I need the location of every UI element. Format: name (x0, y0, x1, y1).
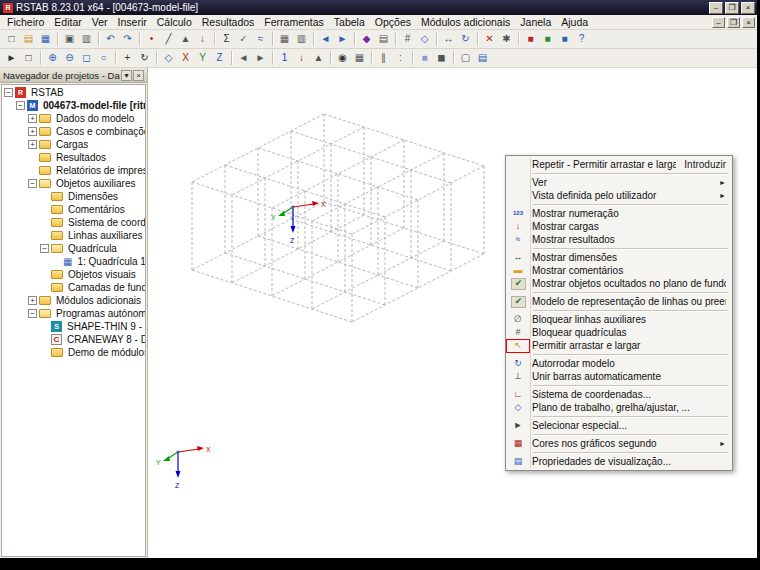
new-support-button[interactable]: ▲ (177, 31, 194, 47)
context-item-modelo-de-representa-o-de-linhas-ou-preenchido[interactable]: ✔Modelo de representação de linhas ou pr… (507, 295, 731, 308)
mdi-minimize-button[interactable]: – (712, 17, 725, 28)
context-item-propriedades-de-visualiza-o[interactable]: ▤Propriedades de visualização... (507, 455, 731, 468)
tree-item-craneway-8-dimensionament[interactable]: CCRANEWAY 8 - Dimensionament (2, 333, 145, 346)
model-canvas[interactable]: XYZXYZ Repetir - Permitir arrastar e lar… (148, 68, 757, 558)
background-color-button[interactable]: ■ (416, 50, 433, 66)
tree-item-demo-de-m-dulos-aut-nomos[interactable]: Demo de módulos autónomos (2, 346, 145, 359)
view-along-z-button[interactable]: Z (211, 50, 228, 66)
show-numbering-button[interactable]: 1 (276, 50, 293, 66)
context-item-autorrodar-modelo[interactable]: ↻Autorrodar modelo (507, 357, 731, 370)
menu-inserir[interactable]: Inserir (113, 15, 152, 29)
grid-points-button[interactable]: : (392, 50, 409, 66)
menu-editar[interactable]: Editar (49, 15, 86, 29)
view-along-x-button[interactable]: X (177, 50, 194, 66)
save-button[interactable]: ▦ (37, 31, 54, 47)
collapse-expander-icon[interactable]: − (16, 101, 25, 110)
expand-expander-icon[interactable]: + (28, 114, 37, 123)
zoom-window-button[interactable]: ◻ (78, 50, 95, 66)
context-item-mostrar-objetos-ocultados-no-plano-de-fundo[interactable]: ✔Mostrar objetos ocultados no plano de f… (507, 277, 731, 290)
work-plane-button[interactable]: ◇ (416, 31, 433, 47)
view-along-y-button[interactable]: Y (194, 50, 211, 66)
render-mode-button[interactable]: ◼ (433, 50, 450, 66)
print-preview-button[interactable]: ▥ (78, 31, 95, 47)
expand-expander-icon[interactable]: + (28, 140, 37, 149)
view-x-button[interactable]: ■ (522, 31, 539, 47)
menu-tabela[interactable]: Tabela (329, 15, 370, 29)
zoom-all-button[interactable]: ○ (95, 50, 112, 66)
new-node-button[interactable]: • (143, 31, 160, 47)
menu-resultados[interactable]: Resultados (197, 15, 260, 29)
show-supports-button[interactable]: ▲ (310, 50, 327, 66)
tree-item-relat-rios-de-impress-o[interactable]: Relatórios de impressão (2, 164, 145, 177)
select-window-button[interactable]: □ (20, 50, 37, 66)
menu-op-es[interactable]: Opções (370, 15, 416, 29)
collapse-expander-icon[interactable]: − (28, 309, 37, 318)
tree-item-quadr-cula[interactable]: −Quadrícula (2, 242, 145, 255)
tables-button[interactable]: ▦ (276, 31, 293, 47)
view-y-button[interactable]: ■ (539, 31, 556, 47)
menu-ajuda[interactable]: Ajuda (556, 15, 593, 29)
new-load-button[interactable]: ↓ (194, 31, 211, 47)
tree-item-rstab[interactable]: −RRSTAB (2, 86, 145, 99)
menu-ficheiro[interactable]: Ficheiro (2, 15, 49, 29)
navigator-pin-button[interactable]: ▾ (121, 70, 132, 81)
context-item-mostrar-cargas[interactable]: ↓Mostrar cargas (507, 220, 731, 233)
new-file-button[interactable]: □ (3, 31, 20, 47)
context-item-bloquear-linhas-auxiliares[interactable]: ∅Bloquear linhas auxiliares (507, 313, 731, 326)
mdi-close-button[interactable]: × (742, 17, 755, 28)
tree-item-objetos-auxiliares[interactable]: −Objetos auxiliares (2, 177, 145, 190)
collapse-expander-icon[interactable]: − (28, 179, 37, 188)
calculate-button[interactable]: Σ (218, 31, 235, 47)
snap-grid-button[interactable]: # (399, 31, 416, 47)
new-member-button[interactable]: ╱ (160, 31, 177, 47)
show-loads-button[interactable]: ↓ (293, 50, 310, 66)
load-case-previous-button[interactable]: ◄ (317, 31, 334, 47)
maximize-button[interactable]: ❐ (725, 2, 739, 14)
rotate-view-button[interactable]: ↻ (136, 50, 153, 66)
tree-item-dados-do-modelo[interactable]: +Dados do modelo (2, 112, 145, 125)
tree-item-shape-thin-9-dimensionamen[interactable]: SSHAPE-THIN 9 - Dimensionamen (2, 320, 145, 333)
tree-item-004673-model-file-ritual[interactable]: −M004673-model-file [ritual] (2, 99, 145, 112)
context-item-plano-de-trabalho-grelha-ajustar[interactable]: ◇Plano de trabalho, grelha/ajustar, ... (507, 401, 731, 414)
delete-object-button[interactable]: ✕ (481, 31, 498, 47)
visibility-button[interactable]: ◉ (334, 50, 351, 66)
context-item-mostrar-numera-o[interactable]: 123Mostrar numeração (507, 207, 731, 220)
printout-report-button[interactable]: ▤ (375, 31, 392, 47)
undo-button[interactable]: ↶ (102, 31, 119, 47)
redo-button[interactable]: ↷ (119, 31, 136, 47)
clipping-planes-button[interactable]: ▦ (351, 50, 368, 66)
guidelines-button[interactable]: ∥ (375, 50, 392, 66)
view-isometric-button[interactable]: ◇ (160, 50, 177, 66)
menu-m-dulos-adicionais[interactable]: Módulos adicionais (416, 15, 515, 29)
close-button[interactable]: × (741, 2, 755, 14)
tree-item-camadas-de-fundo[interactable]: Camadas de fundo (2, 281, 145, 294)
check-data-button[interactable]: ✓ (235, 31, 252, 47)
tree-item-programas-aut-nomos[interactable]: −Programas autónomos (2, 307, 145, 320)
context-item-vista-definida-pelo-utilizador[interactable]: Vista definida pelo utilizador► (507, 189, 731, 202)
select-pointer-button[interactable]: ► (3, 50, 20, 66)
context-item-cores-nos-gr-ficos-segundo[interactable]: ▦Cores nos gráficos segundo► (507, 437, 731, 450)
tree-item-casos-e-combina-es-de-cargas[interactable]: +Casos e combinações de cargas (2, 125, 145, 138)
tree-item-coment-rios[interactable]: Comentários (2, 203, 145, 216)
zoom-in-button[interactable]: ⊕ (44, 50, 61, 66)
view-z-button[interactable]: ■ (556, 31, 573, 47)
move-object-button[interactable]: ↔ (440, 31, 457, 47)
previous-view-button[interactable]: ◄ (235, 50, 252, 66)
expand-expander-icon[interactable]: + (28, 127, 37, 136)
open-file-button[interactable]: ▤ (20, 31, 37, 47)
pan-view-button[interactable]: + (119, 50, 136, 66)
minimize-button[interactable]: – (709, 2, 723, 14)
context-item-selecionar-especial[interactable]: ►Selecionar especial... (507, 419, 731, 432)
collapse-expander-icon[interactable]: − (4, 88, 13, 97)
context-item-permitir-arrastar-e-largar[interactable]: ↖Permitir arrastar e largar (507, 339, 731, 352)
print-button[interactable]: ▣ (61, 31, 78, 47)
context-item-unir-barras-automaticamente[interactable]: ⊥Unir barras automaticamente (507, 370, 731, 383)
context-item-mostrar-coment-rios[interactable]: ▬Mostrar comentários (507, 264, 731, 277)
tree-item-linhas-auxiliares[interactable]: Linhas auxiliares (2, 229, 145, 242)
tree-item-m-dulos-adicionais[interactable]: +Módulos adicionais (2, 294, 145, 307)
context-item-repetir-permitir-arrastar-e-largar[interactable]: Repetir - Permitir arrastar e largarIntr… (507, 158, 731, 171)
context-item-mostrar-resultados[interactable]: ≈Mostrar resultados (507, 233, 731, 246)
settings-button[interactable]: ✱ (498, 31, 515, 47)
show-results-button[interactable]: ≈ (252, 31, 269, 47)
next-view-button[interactable]: ► (252, 50, 269, 66)
